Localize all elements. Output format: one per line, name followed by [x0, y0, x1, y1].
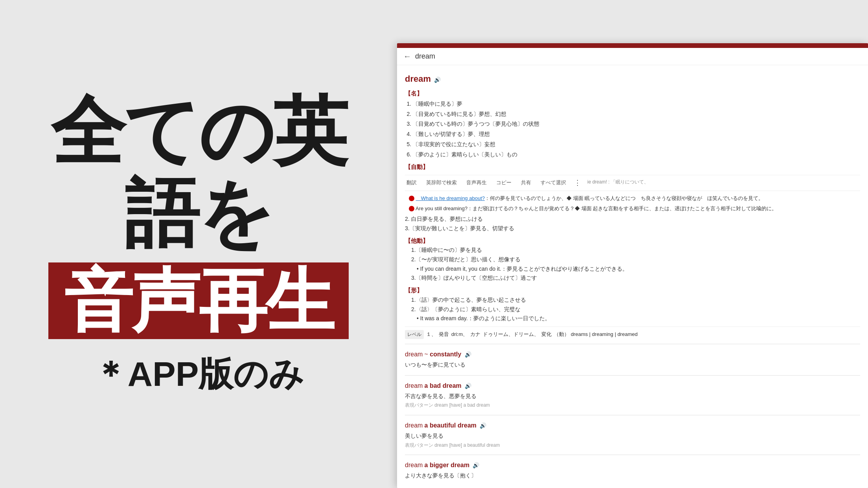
- def-4: 〔難しいが切望する〕夢、理想: [413, 130, 860, 139]
- subtitle: ＊APP版のみ: [93, 351, 304, 398]
- toolbar-more-button[interactable]: ⋮: [574, 177, 581, 189]
- phrase-bad-dream: dream a bad dream 🔊 不吉な夢を見る、悪夢を見る 表現パターン…: [405, 380, 860, 409]
- pos-auto: 【自動】: [405, 162, 860, 172]
- section-divider-3: [405, 415, 860, 415]
- panel-header-bar: [397, 43, 868, 48]
- phrase-word-constantly: constantly: [430, 351, 461, 358]
- entry-word: dream: [405, 74, 431, 84]
- pos-noun: 【名】: [405, 88, 860, 99]
- noun-definitions: 〔睡眠中に見る〕夢 〔目覚めている時に見る〕夢想、幻想 〔目覚めている時の〕夢う…: [413, 99, 860, 160]
- toolbar-eijiro[interactable]: 英辞郎で検索: [425, 178, 458, 188]
- nav-search-word: dream: [415, 52, 435, 61]
- level-row: レベル １、 発音 driːm、 カナ ドゥリーム、ドリーム、 変化 （動） d…: [405, 327, 860, 339]
- phrase-bigger-meaning: より大きな夢を見る〔抱く〕: [405, 471, 860, 481]
- example-1: What is he dreaming about?：何の夢を見ているのでしょう…: [409, 194, 860, 203]
- section-divider-1: [405, 344, 860, 344]
- level-badge: レベル: [405, 330, 424, 339]
- pos-form: 【形】: [405, 285, 860, 295]
- phrase-sound-2[interactable]: 🔊: [465, 382, 471, 391]
- phrase-word-bad: a bad dream: [425, 382, 462, 389]
- pos-other: 【他動】: [405, 236, 860, 246]
- phrase-keyword-4: dream: [405, 462, 423, 468]
- phrase-separator-1: ~: [425, 351, 430, 358]
- pronunciation-value: driːm、: [451, 330, 468, 339]
- phrase-constantly-meaning: いつも〜を夢に見ている: [405, 360, 860, 370]
- phrase-sound-1[interactable]: 🔊: [465, 350, 471, 360]
- form-definitions: 1.〈話〉夢の中で起こる、夢を思い起こさせる 2.〈話〉〔夢のように〕素晴らしい…: [411, 295, 860, 323]
- toolbar-voice[interactable]: 音声再生: [465, 178, 488, 188]
- forms-value: （動） dreams | dreaming | dreamed: [554, 330, 638, 339]
- word-sound-icon[interactable]: 🔊: [434, 75, 441, 85]
- def-6: 〔夢のように〕素晴らしい〔美しい〕もの: [413, 150, 860, 160]
- toolbar-copy[interactable]: コピー: [495, 178, 513, 188]
- phrase-bad-dream-title: dream a bad dream 🔊: [405, 380, 860, 391]
- other-definitions: 1.〔睡眠中に〜の〕夢を見る 2.〔〜が実現可能だと〕思い描く、想像する • I…: [411, 246, 860, 283]
- def-3: 〔目覚めている時の〕夢うつつ〔夢見心地〕の状態: [413, 119, 860, 129]
- forms-label: 変化: [541, 330, 552, 339]
- section-divider-2: [405, 375, 860, 376]
- panel-content[interactable]: dream 🔊 【名】 〔睡眠中に見る〕夢 〔目覚めている時に見る〕夢想、幻想 …: [397, 65, 868, 486]
- phrase-bigger-title: dream a bigger dream 🔊: [405, 460, 860, 470]
- phrase-word-bigger: a bigger dream: [425, 462, 470, 468]
- phrase-beautiful-meaning: 美しい夢を見る: [405, 431, 860, 441]
- katakana-label: カナ: [470, 330, 480, 339]
- phrase-sound-3[interactable]: 🔊: [480, 421, 486, 431]
- phrase-keyword-3: dream: [405, 422, 423, 429]
- phrase-beautiful-dream: dream a beautiful dream 🔊 美しい夢を見る 表現パターン…: [405, 420, 860, 449]
- main-title-line2: 音声再生: [48, 262, 349, 339]
- panel-nav: ← dream: [397, 48, 868, 65]
- phrase-bigger-dream: dream a bigger dream 🔊 より大きな夢を見る〔抱く〕: [405, 460, 860, 481]
- phrase-word-beautiful: a beautiful dream: [425, 422, 476, 429]
- example-dot: [409, 196, 414, 201]
- example-2: Are you still dreaming?：まだ寝ぼけてるの？ちゃんと目が覚…: [409, 204, 860, 213]
- back-button[interactable]: ←: [403, 52, 411, 61]
- toolbar-context-text: ie dream! : 「眠りについて、: [587, 178, 649, 186]
- toolbar-translate[interactable]: 翻訳: [405, 178, 418, 188]
- def-2: 〔目覚めている時に見る〕夢想、幻想: [413, 110, 860, 119]
- phrase-sound-4[interactable]: 🔊: [473, 461, 479, 470]
- example-dot-2: [409, 206, 414, 211]
- katakana-value: ドゥリーム、ドリーム、: [483, 330, 539, 339]
- toolbar-share[interactable]: 共有: [519, 178, 533, 188]
- phrase-constantly: dream ~ constantly 🔊 いつも〜を夢に見ている: [405, 349, 860, 370]
- phrase-bad-pattern: 表現パターン dream [have] a bad dream: [405, 401, 860, 409]
- def-5: 〔非現実的で役に立たない〕妄想: [413, 140, 860, 149]
- phrase-keyword-1: dream: [405, 351, 423, 358]
- definitions-cont: 2. 白日夢を見る、夢想にふける 3.〔実現が難しいことを〕夢見る、切望する: [405, 215, 860, 233]
- level-value: １、: [426, 330, 436, 339]
- def-1: 〔睡眠中に見る〕夢: [413, 99, 860, 109]
- pronunciation-label: 発音: [439, 330, 449, 339]
- example-highlighted-1: What is he dreaming about?: [416, 195, 485, 201]
- dictionary-panel: ← dream dream 🔊 【名】 〔睡眠中に見る〕夢 〔目覚めている時に見…: [397, 43, 868, 488]
- phrase-constantly-title: dream ~ constantly 🔊: [405, 349, 860, 360]
- phrase-bad-meaning: 不吉な夢を見る、悪夢を見る: [405, 392, 860, 401]
- toolbar-row: 翻訳 英辞郎で検索 音声再生 コピー 共有 すべて選択 ⋮ ie dream! …: [405, 175, 860, 191]
- toolbar-select-all[interactable]: すべて選択: [539, 178, 568, 188]
- left-content-area: 全ての英語を 音声再生 ＊APP版のみ: [0, 0, 397, 488]
- example-section-1: What is he dreaming about?：何の夢を見ているのでしょう…: [405, 194, 860, 213]
- section-divider-4: [405, 455, 860, 455]
- word-entry: dream 🔊: [405, 72, 860, 86]
- phrase-keyword-2: dream: [405, 382, 423, 389]
- main-title-line1: 全ての英語を: [24, 90, 373, 255]
- phrase-beautiful-title: dream a beautiful dream 🔊: [405, 420, 860, 431]
- phrase-beautiful-pattern: 表現パターン dream [have] a beautiful dream: [405, 441, 860, 449]
